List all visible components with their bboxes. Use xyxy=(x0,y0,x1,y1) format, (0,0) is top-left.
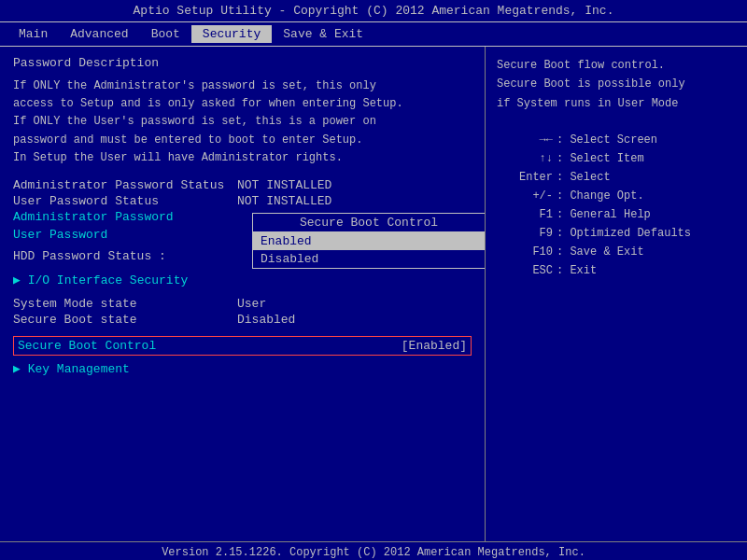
key-name-6: F10 xyxy=(497,244,553,260)
description-text: If ONLY the Administrator's password is … xyxy=(13,77,472,167)
key-row-3: +/- : Change Opt. xyxy=(497,188,736,204)
key-name-1: ↑↓ xyxy=(497,150,553,167)
key-row-0: →← : Select Screen xyxy=(497,132,736,148)
main-layout: Password Description If ONLY the Adminis… xyxy=(0,47,747,541)
key-desc-5: : Optimized Defaults xyxy=(557,225,691,242)
dropdown-title: Secure Boot Control xyxy=(253,214,485,232)
key-row-7: ESC : Exit xyxy=(497,262,736,279)
admin-status-label: Administrator Password Status xyxy=(13,178,237,192)
user-status-value: NOT INSTALLED xyxy=(237,194,331,208)
desc-line-3: If ONLY the User's password is set, this… xyxy=(13,113,472,131)
key-desc-4: : General Help xyxy=(557,206,651,223)
key-name-2: Enter xyxy=(497,169,553,186)
menu-save-exit[interactable]: Save & Exit xyxy=(272,25,374,43)
key-desc-7: : Exit xyxy=(557,262,597,279)
user-status-label: User Password Status xyxy=(13,194,237,208)
help-line-3: if System runs in User Mode xyxy=(497,94,736,113)
key-desc-1: : Select Item xyxy=(557,150,644,167)
section-title: Password Description xyxy=(13,56,472,70)
key-name-7: ESC xyxy=(497,262,553,279)
secure-boot-dropdown: Secure Boot Control Enabled Disabled xyxy=(252,213,486,269)
key-name-0: →← xyxy=(497,132,553,148)
key-desc-3: : Change Opt. xyxy=(557,188,644,204)
key-row-2: Enter : Select xyxy=(497,169,736,186)
system-state-section: System Mode state User Secure Boot state… xyxy=(13,297,472,327)
key-desc-2: : Select xyxy=(557,169,611,186)
system-mode-label: System Mode state xyxy=(13,297,237,311)
secure-boot-state-value: Disabled xyxy=(237,313,295,327)
footer-text: Version 2.15.1226. Copyright (C) 2012 Am… xyxy=(162,546,585,559)
dropdown-option-disabled[interactable]: Disabled xyxy=(253,250,485,268)
secure-boot-control-row[interactable]: Secure Boot Control [Enabled] xyxy=(13,336,472,356)
title-text: Aptio Setup Utility - Copyright (C) 2012… xyxy=(134,4,614,18)
desc-line-1: If ONLY the Administrator's password is … xyxy=(13,77,472,95)
user-status-row: User Password Status NOT INSTALLED xyxy=(13,194,472,208)
key-desc-0: : Select Screen xyxy=(557,132,657,148)
key-row-5: F9 : Optimized Defaults xyxy=(497,225,736,242)
admin-status-row: Administrator Password Status NOT INSTAL… xyxy=(13,178,472,192)
key-name-5: F9 xyxy=(497,225,553,242)
footer: Version 2.15.1226. Copyright (C) 2012 Am… xyxy=(0,541,747,560)
desc-line-5: In Setup the User will have Administrato… xyxy=(13,149,472,167)
menu-boot[interactable]: Boot xyxy=(140,25,191,43)
admin-status-value: NOT INSTALLED xyxy=(237,178,331,192)
dropdown-option-enabled[interactable]: Enabled xyxy=(253,232,485,250)
key-management-item[interactable]: Key Management xyxy=(13,361,472,376)
desc-line-2: access to Setup and is only asked for wh… xyxy=(13,95,472,113)
key-help-section: →← : Select Screen ↑↓ : Select Item Ente… xyxy=(497,132,736,279)
help-text: Secure Boot flow control. Secure Boot is… xyxy=(497,56,736,113)
key-row-4: F1 : General Help xyxy=(497,206,736,223)
right-panel: Secure Boot flow control. Secure Boot is… xyxy=(486,47,747,541)
menu-bar: Main Advanced Boot Security Save & Exit xyxy=(0,22,747,47)
menu-security[interactable]: Security xyxy=(191,25,272,43)
key-row-6: F10 : Save & Exit xyxy=(497,244,736,260)
help-line-2: Secure Boot is possible only xyxy=(497,75,736,93)
menu-main[interactable]: Main xyxy=(7,25,59,43)
title-bar: Aptio Setup Utility - Copyright (C) 2012… xyxy=(0,0,747,22)
secure-boot-control-value: [Enabled] xyxy=(402,339,467,353)
key-name-3: +/- xyxy=(497,188,553,204)
desc-line-4: password and must be entered to boot to … xyxy=(13,132,472,149)
system-mode-row: System Mode state User xyxy=(13,297,472,311)
help-line-1: Secure Boot flow control. xyxy=(497,56,736,75)
secure-boot-state-label: Secure Boot state xyxy=(13,313,237,327)
menu-advanced[interactable]: Advanced xyxy=(59,25,139,43)
key-desc-6: : Save & Exit xyxy=(557,244,644,260)
left-panel: Password Description If ONLY the Adminis… xyxy=(0,47,486,541)
system-mode-value: User xyxy=(237,297,266,311)
key-row-1: ↑↓ : Select Item xyxy=(497,150,736,167)
secure-boot-state-row: Secure Boot state Disabled xyxy=(13,313,472,327)
io-interface-item[interactable]: I/O Interface Security xyxy=(13,273,472,287)
key-name-4: F1 xyxy=(497,206,553,223)
secure-boot-control-label: Secure Boot Control xyxy=(18,339,402,353)
